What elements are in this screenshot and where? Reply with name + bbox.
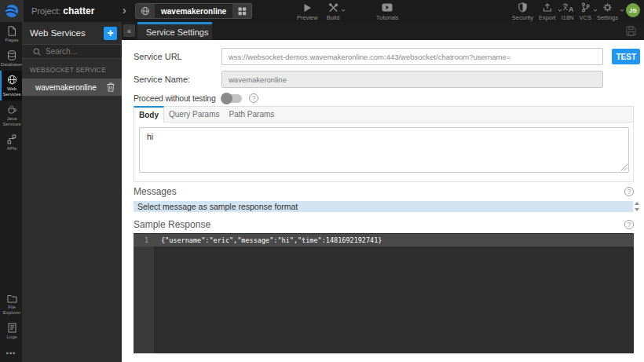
web-services-panel: Web Services + Search... WEBSOCKET SERVI… <box>22 22 122 362</box>
chevron-down-icon <box>620 9 624 13</box>
code-text: {"username":"eric","message":"hi","time"… <box>154 234 382 247</box>
folder-icon <box>7 294 17 303</box>
editor-tab-strip: « Service Settings <box>122 22 644 40</box>
play-icon <box>303 2 312 13</box>
service-name-input[interactable]: wavemakeronline <box>221 71 603 88</box>
scroll-down-icon[interactable] <box>635 208 639 211</box>
tutorials-label: Tutorials <box>376 14 398 21</box>
i18n-label: I18N <box>562 14 574 21</box>
export-label: Export <box>539 14 556 21</box>
open-service-tab[interactable]: wavemakeronline <box>135 3 252 19</box>
service-settings-form: Service URL wss://websocket-demos.wavema… <box>122 40 644 362</box>
sidebar-item-logs[interactable]: Logs <box>0 319 22 343</box>
sidebar-item-pages[interactable]: Pages <box>0 22 22 46</box>
service-tab-label: wavemakeronline <box>155 4 232 18</box>
security-button[interactable]: Security <box>512 2 533 21</box>
scroll-up-icon[interactable] <box>635 202 639 205</box>
resize-handle-icon[interactable] <box>620 164 628 171</box>
pages-icon <box>7 26 16 36</box>
tab-service-settings[interactable]: Service Settings <box>137 22 212 40</box>
service-item-label: wavemakeronline <box>35 83 97 92</box>
sidebar-label: WebServices <box>2 86 20 97</box>
chevron-down-icon <box>341 9 346 13</box>
search-placeholder: Search... <box>46 47 77 56</box>
security-label: Security <box>512 14 533 21</box>
panel-title: Web Services <box>30 28 104 38</box>
help-icon[interactable]: ? <box>624 220 634 229</box>
project-label: Project: <box>31 6 60 16</box>
coffee-cup-icon <box>7 104 17 115</box>
project-name: chatter <box>63 5 94 16</box>
sample-response-title: Sample Response <box>134 219 624 230</box>
export-button[interactable]: Export <box>539 2 556 21</box>
top-bar: Project:chatter › wavemakeronline Previe… <box>0 0 644 22</box>
sidebar-item-java-services[interactable]: JavaServices <box>0 101 22 130</box>
vcs-label: VCS <box>579 14 591 21</box>
i18n-button[interactable]: A I18N <box>562 2 574 21</box>
line-number: 1 <box>134 234 154 247</box>
svg-text:A: A <box>569 5 573 13</box>
grid-icon[interactable] <box>232 4 251 18</box>
sidebar-label: Databases <box>1 62 24 68</box>
section-label-websocket: WEBSOCKET SERVICE <box>22 59 122 79</box>
body-textarea[interactable]: hi <box>139 127 629 173</box>
collapse-panel-button[interactable]: « <box>123 24 135 37</box>
message-select-bar[interactable]: Select message as sample response format <box>134 201 634 212</box>
more-options-icon[interactable]: ••• <box>0 343 22 362</box>
logs-icon <box>8 323 16 333</box>
test-button[interactable]: TEST <box>612 49 640 64</box>
sidebar-item-apis[interactable]: APIs <box>0 130 22 155</box>
search-icon <box>33 48 41 56</box>
service-url-label: Service URL <box>134 52 221 61</box>
shield-icon <box>518 2 527 13</box>
tutorials-button[interactable]: Tutorials <box>376 2 398 21</box>
body-value: hi <box>147 132 153 141</box>
search-input[interactable]: Search... <box>22 44 122 59</box>
editor-content: « Service Settings Service URL wss://web… <box>122 22 644 362</box>
sample-response-editor[interactable]: 1 {"username":"eric","message":"hi","tim… <box>134 233 634 353</box>
build-icon <box>328 2 338 13</box>
help-icon[interactable]: ? <box>249 93 258 103</box>
help-icon[interactable]: ? <box>624 187 634 196</box>
gutter <box>134 247 154 353</box>
user-avatar[interactable]: JS <box>626 3 640 17</box>
tab-path-params[interactable]: Path Params <box>224 107 279 122</box>
globe-icon <box>136 4 155 18</box>
settings-button[interactable]: Settings <box>597 2 618 21</box>
proceed-toggle[interactable] <box>221 94 242 103</box>
sidebar-item-web-services[interactable]: WebServices <box>0 71 22 101</box>
settings-label: Settings <box>597 14 618 21</box>
sidebar-item-file-explorer[interactable]: FileExplorer <box>0 291 22 319</box>
message-select-label: Select message as sample response format <box>137 202 298 211</box>
tab-query-params[interactable]: Query Params <box>164 107 224 122</box>
wavemaker-logo-icon <box>5 4 19 18</box>
export-icon <box>543 2 552 13</box>
vcs-button[interactable]: VCS <box>579 2 591 21</box>
project-breadcrumb: Project:chatter <box>31 5 94 16</box>
proceed-label: Proceed without testing <box>134 93 221 103</box>
wavemaker-logo[interactable] <box>0 0 24 22</box>
breadcrumb-chevron-icon: › <box>123 4 126 16</box>
service-url-input[interactable]: wss://websocket-demos.wavemakeronline.co… <box>221 48 603 65</box>
messages-title: Messages <box>134 186 624 197</box>
left-nav-bar: Pages Databases WebServices JavaServices… <box>0 22 22 362</box>
video-icon <box>382 2 393 13</box>
delete-icon[interactable] <box>107 82 115 92</box>
scrollbar[interactable] <box>633 201 640 212</box>
sidebar-label: APIs <box>7 146 17 152</box>
request-tabs: Body Query Params Path Params <box>134 106 634 122</box>
preview-label: Preview <box>297 14 318 21</box>
sidebar-label: Logs <box>6 335 16 340</box>
sidebar-item-databases[interactable]: Databases <box>0 46 22 71</box>
add-service-button[interactable]: + <box>104 27 117 40</box>
build-button[interactable]: Build <box>327 2 340 21</box>
service-list-item[interactable]: wavemakeronline <box>22 79 122 96</box>
body-tab-panel: hi <box>134 122 634 182</box>
save-icon[interactable] <box>626 26 636 36</box>
sidebar-label: FileExplorer <box>3 305 20 316</box>
api-nodes-icon <box>7 134 16 144</box>
tab-body[interactable]: Body <box>134 106 164 122</box>
sidebar-label: Pages <box>5 38 18 43</box>
globe-icon <box>7 75 17 85</box>
preview-button[interactable]: Preview <box>297 2 318 21</box>
